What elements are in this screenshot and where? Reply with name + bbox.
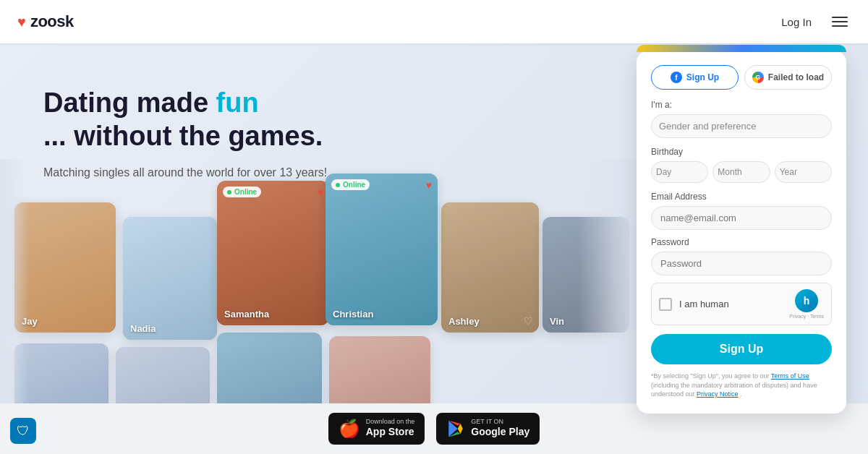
disclaimer-text: *By selecting "Sign Up", you agree to ou…: [651, 372, 771, 380]
card-name: Christian: [333, 309, 373, 320]
google-icon: G: [752, 72, 764, 83]
hamburger-line: [832, 25, 848, 27]
terms-link[interactable]: Terms of Use: [771, 372, 809, 380]
headline-part2: ... without the games.: [43, 121, 323, 151]
online-label: Online: [234, 188, 257, 196]
card-face: [326, 174, 438, 325]
app-store-button[interactable]: 🍎 Download on the App Store: [328, 413, 425, 445]
card-inner: Online ♥ Samantha: [217, 181, 329, 325]
social-buttons: f Sign Up G Failed to load: [651, 65, 832, 90]
cards-area: Jay Nadia Online ♥ Samantha: [0, 159, 637, 403]
app-store-text: Download on the App Store: [366, 419, 415, 438]
headline-part1: Dating made: [43, 87, 216, 118]
logo-text: zoosk: [30, 12, 74, 31]
card-name: Nadia: [130, 323, 156, 334]
card-name: Vin: [550, 316, 564, 327]
captcha-left: I am human: [659, 298, 729, 311]
google-play-icon: [446, 419, 465, 438]
facebook-label: Sign Up: [686, 72, 719, 82]
google-play-text: GET IT ON Google Play: [471, 419, 529, 438]
captcha-terms-link[interactable]: Terms: [810, 314, 824, 319]
card-face: [14, 202, 116, 333]
card-heart-icon: ♥: [426, 179, 432, 191]
facebook-signup-button[interactable]: f Sign Up: [651, 65, 739, 90]
google-play-button[interactable]: GET IT ON Google Play: [436, 413, 540, 444]
birthday-label: Birthday: [651, 147, 832, 157]
card-heart-icon: ♥: [318, 187, 323, 198]
profile-card-christian[interactable]: Online ♥ Christian: [326, 174, 438, 325]
captcha-privacy-link[interactable]: Privacy: [789, 314, 806, 319]
card-face: [123, 217, 217, 340]
profile-card-nadia[interactable]: Nadia: [123, 217, 217, 340]
signup-panel: f Sign Up G Failed to load I'm a: Gender…: [637, 51, 846, 414]
profile-card-samantha[interactable]: Online ♥ Samantha: [217, 181, 329, 325]
hamburger-menu[interactable]: [829, 14, 851, 30]
card-like-icon: ♡: [524, 315, 533, 327]
panel-top-bar: [637, 45, 846, 52]
password-label: Password: [651, 237, 832, 247]
cards-fade-left: [0, 159, 29, 403]
hamburger-line: [832, 17, 848, 18]
disclaimer: *By selecting "Sign Up", you agree to ou…: [651, 372, 832, 399]
header: ♥ zoosk Log In: [0, 0, 868, 43]
logo-heart-icon: ♥: [17, 14, 26, 30]
card-inner: Jay: [14, 202, 116, 333]
captcha-row: I am human h Privacy · Terms: [651, 283, 832, 325]
google-play-big-text: Google Play: [471, 425, 529, 438]
online-label: Online: [343, 181, 365, 189]
email-label: Email Address: [651, 192, 832, 202]
apple-icon: 🍎: [339, 419, 360, 439]
login-button[interactable]: Log In: [781, 16, 812, 28]
card-name: Samantha: [224, 309, 269, 320]
cards-fade-right: [579, 159, 637, 403]
online-dot: [227, 190, 231, 194]
card-inner: Online ♥ Christian: [326, 174, 438, 325]
ima-label: I'm a:: [651, 100, 832, 110]
online-dot: [336, 183, 340, 187]
day-select[interactable]: Day: [651, 161, 708, 183]
facebook-icon: f: [671, 72, 682, 83]
card-face: [441, 202, 539, 333]
logo: ♥ zoosk: [17, 12, 74, 31]
profile-card-ashley[interactable]: ♡ Ashley: [441, 202, 539, 333]
google-label: Failed to load: [768, 72, 824, 82]
card-face: [217, 181, 329, 325]
hamburger-line: [832, 21, 848, 22]
app-store-small-text: Download on the: [366, 419, 415, 425]
profile-card-b2[interactable]: [116, 347, 210, 403]
password-input[interactable]: [651, 252, 832, 275]
headline-fun: fun: [216, 87, 259, 118]
privacy-link[interactable]: Privacy Notice: [697, 390, 739, 398]
profile-card-jay[interactable]: Jay: [14, 202, 116, 333]
captcha-links: Privacy · Terms: [789, 314, 824, 319]
captcha-text: I am human: [679, 299, 729, 309]
gender-select[interactable]: Gender and preference: [651, 114, 832, 138]
headline: Dating made fun ... without the games.: [43, 87, 362, 153]
month-select[interactable]: Month: [712, 161, 770, 183]
shield-icon: 🛡: [17, 424, 30, 439]
captcha-checkbox[interactable]: [659, 298, 672, 311]
profile-card-b4[interactable]: ♡: [329, 336, 430, 403]
main-area: Dating made fun ... without the games. M…: [0, 43, 868, 454]
birthday-row: Day Month Year: [651, 161, 832, 183]
google-signup-button[interactable]: G Failed to load: [744, 65, 832, 90]
captcha-logo: h Privacy · Terms: [789, 289, 824, 319]
card-name: Ashley: [448, 316, 480, 327]
card-inner: Nadia: [123, 217, 217, 340]
signup-button[interactable]: Sign Up: [651, 334, 832, 364]
header-right: Log In: [781, 14, 851, 30]
hcaptcha-icon: h: [795, 289, 818, 312]
google-play-small-text: GET IT ON: [471, 419, 529, 425]
shield-badge[interactable]: 🛡: [10, 418, 36, 444]
email-input[interactable]: [651, 206, 832, 230]
card-online-badge: Online: [331, 179, 370, 190]
year-select[interactable]: Year: [775, 161, 832, 183]
app-store-big-text: App Store: [366, 425, 415, 438]
profile-card-b3[interactable]: ♡: [217, 333, 322, 403]
card-inner: ♡ Ashley: [441, 202, 539, 333]
card-online-badge: Online: [223, 187, 261, 197]
